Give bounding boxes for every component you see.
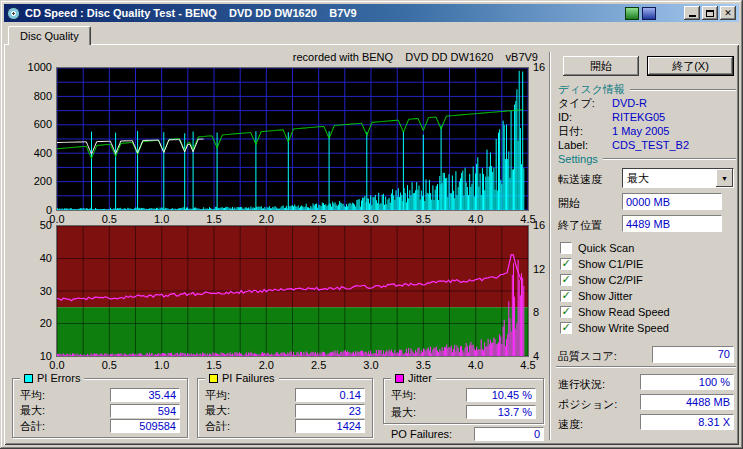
- checkbox-quick-scan[interactable]: Quick Scan: [560, 240, 736, 256]
- stat-row: 最大: 594: [20, 404, 180, 418]
- settings-header: Settings: [558, 153, 598, 165]
- disc-info-rows: タイプ: DVD-R ID: RITEKG05 日付: 1 May 2005 L…: [558, 96, 736, 152]
- checkbox-box[interactable]: ✓: [560, 258, 572, 270]
- top-chart-right-axis: 16: [533, 62, 559, 215]
- pi-failures-average-value: 0.14: [295, 388, 365, 402]
- checkbox-box[interactable]: ✓: [560, 306, 572, 318]
- jitter-chart-x-axis: 0.00.51.01.52.02.53.03.54.04.5: [46, 359, 539, 371]
- stat-row: 最大: 13.7 %: [391, 405, 536, 419]
- axis-tick-label: 3.5: [412, 213, 434, 225]
- stat-label: 平均:: [391, 388, 416, 403]
- exit-button[interactable]: 終了(X): [647, 56, 734, 76]
- disc-id-label: ID:: [558, 111, 612, 123]
- stat-row: 最大: 23: [205, 404, 365, 418]
- check-icon: ✓: [561, 258, 570, 269]
- checkbox-box[interactable]: ✓: [560, 322, 572, 334]
- check-icon: ✓: [561, 306, 570, 317]
- disc-button-icon[interactable]: [642, 7, 656, 20]
- position-label: ポジション:: [558, 397, 617, 411]
- transfer-speed-select[interactable]: 最大 ▼: [622, 168, 734, 188]
- checkbox-label: Show C1/PIE: [578, 258, 643, 270]
- checkbox-box[interactable]: [560, 242, 572, 254]
- app-icon: [7, 7, 20, 20]
- jitter-chart-canvas: [57, 226, 528, 356]
- stat-row: 平均: 35.44: [20, 388, 180, 402]
- axis-tick-label: 1.5: [203, 359, 225, 371]
- start-position-input[interactable]: [622, 193, 722, 210]
- axis-tick-label: 3.0: [360, 359, 382, 371]
- combo-dropdown-button[interactable]: ▼: [716, 169, 733, 187]
- chevron-down-icon: ▼: [721, 175, 728, 182]
- header-rule: [603, 158, 736, 160]
- axis-tick-label: 3.0: [360, 213, 382, 225]
- stat-label: 最大:: [391, 405, 416, 420]
- top-chart-x-axis: 0.00.51.01.52.02.53.03.54.04.5: [46, 213, 539, 225]
- stat-label: 最大:: [205, 403, 230, 418]
- speed-value: 8.31 X: [640, 414, 734, 430]
- axis-tick-label: 1.0: [151, 359, 173, 371]
- checkbox-label: Show C2/PIF: [578, 274, 643, 286]
- axis-tick-label: 20: [40, 318, 52, 328]
- axis-tick-label: 2.0: [255, 213, 277, 225]
- titlebar[interactable]: CD Speed : Disc Quality Test - BENQ DVD …: [4, 4, 739, 22]
- checkbox-label: Show Write Speed: [578, 322, 669, 334]
- axis-tick-label: 0.5: [98, 359, 120, 371]
- graph-button-icon[interactable]: [625, 7, 639, 20]
- checkbox-show-write-speed[interactable]: ✓Show Write Speed: [560, 320, 736, 336]
- checkbox-show-read-speed[interactable]: ✓Show Read Speed: [560, 304, 736, 320]
- jitter-chart: [57, 226, 528, 356]
- axis-tick-label: 1.5: [203, 213, 225, 225]
- checkbox-show-jitter[interactable]: ✓Show Jitter: [560, 288, 736, 304]
- po-failures-value: 0: [474, 427, 544, 441]
- pi-failures-swatch-icon: [209, 374, 218, 383]
- checkbox-box[interactable]: ✓: [560, 274, 572, 286]
- transfer-speed-label: 転送速度: [558, 172, 602, 186]
- tab-disc-quality[interactable]: Disc Quality: [8, 26, 91, 45]
- disc-label-value: CDS_TEST_B2: [612, 139, 689, 151]
- disc-date-row: 日付: 1 May 2005: [558, 124, 736, 138]
- checkbox-box[interactable]: ✓: [560, 290, 572, 302]
- axis-tick-label: 1000: [28, 62, 52, 72]
- start-button[interactable]: 開始: [563, 56, 639, 76]
- checkbox-label: Show Read Speed: [578, 306, 670, 318]
- axis-tick-label: 40: [40, 253, 52, 263]
- disc-date-value: 1 May 2005: [612, 125, 669, 137]
- maximize-button[interactable]: [702, 6, 718, 20]
- axis-tick-label: 4.0: [465, 213, 487, 225]
- quality-score-label: 品質スコア:: [558, 349, 617, 363]
- checkbox-label: Quick Scan: [578, 242, 634, 254]
- axis-tick-label: 200: [34, 176, 52, 186]
- pi-errors-statbox: PI Errors 平均: 35.44 最大: 594 合計: 509584: [12, 378, 188, 438]
- check-icon: ✓: [561, 290, 570, 301]
- check-icon: ✓: [561, 322, 570, 333]
- pi-failures-title: PI Failures: [222, 372, 275, 384]
- recorded-with-header: recorded with BENQ DVD DD DW1620 vB7V9: [57, 51, 538, 63]
- axis-tick-label: 400: [34, 148, 52, 158]
- jitter-swatch-icon: [395, 374, 404, 383]
- start-position-label: 開始: [558, 196, 580, 210]
- disc-label-row: Label: CDS_TEST_B2: [558, 138, 736, 152]
- axis-tick-label: 12: [533, 264, 545, 274]
- disc-id-value: RITEKG05: [612, 111, 665, 123]
- axis-tick-label: 3.5: [412, 359, 434, 371]
- checkbox-show-c1-pie[interactable]: ✓Show C1/PIE: [560, 256, 736, 272]
- pi-failures-statbox: PI Failures 平均: 0.14 最大: 23 合計: 1424: [197, 378, 373, 438]
- stat-row: 平均: 0.14: [205, 388, 365, 402]
- top-chart-left-axis: 10008006004002000: [10, 62, 52, 215]
- header-rule: [630, 89, 736, 91]
- axis-tick-label: 600: [34, 119, 52, 129]
- jitter-chart-left-axis: 5040302010: [10, 220, 52, 361]
- end-position-input[interactable]: [622, 215, 722, 232]
- progress-label: 進行状況:: [558, 377, 605, 391]
- pi-errors-average-value: 35.44: [110, 388, 180, 402]
- quality-score-value: 70: [652, 346, 734, 363]
- po-failures-row: PO Failures: 0: [391, 427, 544, 441]
- disc-type-row: タイプ: DVD-R: [558, 96, 736, 110]
- jitter-average-value: 10.45 %: [466, 388, 536, 402]
- checkbox-show-c2-pif[interactable]: ✓Show C2/PIF: [560, 272, 736, 288]
- check-icon: ✓: [561, 274, 570, 285]
- close-button[interactable]: ✕: [720, 6, 736, 20]
- stat-row: 合計: 1424: [205, 419, 365, 433]
- disc-id-row: ID: RITEKG05: [558, 110, 736, 124]
- minimize-button[interactable]: [684, 6, 700, 20]
